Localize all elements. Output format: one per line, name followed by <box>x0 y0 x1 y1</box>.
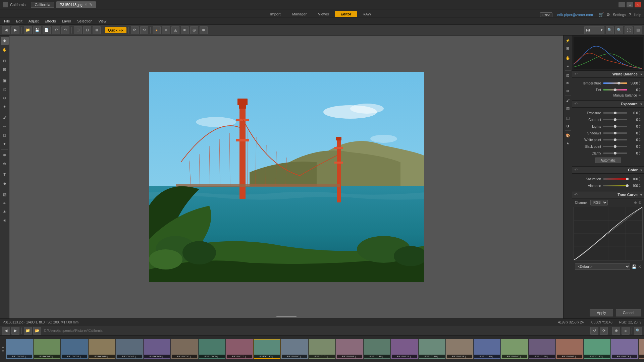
temp-up-arrow[interactable]: ▲ <box>639 80 641 83</box>
vp-icon-grid[interactable]: ⊞ <box>564 45 572 52</box>
exp-thumb-2[interactable] <box>614 125 616 128</box>
spot-button[interactable]: ◎ <box>190 26 198 34</box>
vp-icon-brush-panel[interactable]: 🖌 <box>564 97 572 104</box>
vp-icon-gradient-panel[interactable]: ▧ <box>564 105 572 112</box>
tool-move[interactable]: ✥ <box>1 37 9 45</box>
filmstrip-import2[interactable]: ⊕ <box>612 327 620 335</box>
redo-button[interactable]: ↷ <box>61 26 69 34</box>
filmstrip-item-2[interactable]: P3160034.j.. <box>61 339 88 359</box>
filmstrip-item-22[interactable]: P3220178.j.. <box>611 339 638 359</box>
help-label[interactable]: Help <box>634 13 641 17</box>
maximize-button[interactable]: □ <box>627 2 633 7</box>
filmstrip-item-19[interactable]: P3210148.j.. <box>529 339 555 359</box>
vp-icon-healing-panel[interactable]: ⊗ <box>564 87 572 95</box>
filmstrip-item-1[interactable]: P3160033.j.. <box>34 339 60 359</box>
temp-down-arrow[interactable]: ▼ <box>639 83 641 86</box>
zoom-out-button[interactable]: 🔍 <box>606 26 614 34</box>
filmstrip-item-8[interactable]: P3210076.j.. <box>226 339 253 359</box>
filmstrip-item-4[interactable]: P3200047.j.. <box>116 339 143 359</box>
exp-arrows-3[interactable]: ▲ ▼ <box>639 130 641 136</box>
color-undo-icon[interactable]: ↶ <box>574 168 578 172</box>
menu-file[interactable]: File <box>1 18 13 24</box>
color-chevron-icon[interactable]: ▾ <box>640 168 642 172</box>
tab-editor[interactable]: Editor <box>335 11 357 17</box>
tc-paste-icon[interactable]: ⊗ <box>638 200 641 205</box>
menu-selection[interactable]: Selection <box>74 18 95 24</box>
fit-dropdown[interactable]: Fit ▾ <box>584 26 604 34</box>
tint-up-arrow[interactable]: ▲ <box>639 87 641 90</box>
filmstrip-item-20[interactable]: P3220167.j.. <box>556 339 583 359</box>
menu-edit[interactable]: Edit <box>13 18 25 24</box>
compare-button[interactable]: ⊟ <box>83 26 91 34</box>
temperature-thumb[interactable] <box>618 82 620 84</box>
curve-canvas[interactable] <box>574 207 642 260</box>
tool-text[interactable]: T <box>1 171 9 179</box>
back-button[interactable]: ◀ <box>2 26 10 34</box>
exp-slider-5[interactable] <box>603 146 627 147</box>
grid-button[interactable]: ⊞ <box>74 26 82 34</box>
vp-icon-lightning[interactable]: ⚡ <box>564 37 572 44</box>
exp-slider-3[interactable] <box>603 132 627 134</box>
exp-thumb-5[interactable] <box>614 145 616 148</box>
cart-icon[interactable]: 🛒 <box>598 12 604 17</box>
tool-whitebalance-picker[interactable]: ☀ <box>1 217 9 225</box>
filmstrip-item-14[interactable]: P3210127.j.. <box>391 339 418 359</box>
tint-down-arrow[interactable]: ▼ <box>639 90 641 93</box>
saturation-slider[interactable] <box>603 178 627 180</box>
filmstrip-item-3[interactable]: P3160038.j.. <box>89 339 115 359</box>
minimize-button[interactable]: ─ <box>619 2 625 7</box>
rotate-cw-button[interactable]: ⟳ <box>131 26 139 34</box>
filmstrip-folder[interactable]: 📁 <box>24 327 32 335</box>
exp-slider-1[interactable] <box>603 119 627 120</box>
exp-thumb-6[interactable] <box>614 152 616 155</box>
wb-undo-icon[interactable]: ↶ <box>574 72 578 76</box>
menu-layer[interactable]: Layer <box>59 18 74 24</box>
filmstrip-filter[interactable]: ≡ <box>622 327 630 335</box>
settings-label[interactable]: Settings <box>613 13 626 17</box>
vib-arrows[interactable]: ▲ ▼ <box>639 183 641 188</box>
exp-slider-2[interactable] <box>603 126 627 127</box>
exp-thumb-0[interactable] <box>614 112 616 114</box>
pro-user-email[interactable]: erik.piper@zoner.com <box>557 13 593 17</box>
vib-thumb[interactable] <box>626 184 629 187</box>
tool-crop[interactable]: ⊡ <box>1 57 9 65</box>
vp-icon-hand[interactable]: ✋ <box>564 54 572 62</box>
tool-pan[interactable]: ✋ <box>1 46 9 54</box>
tc-undo-icon[interactable]: ↶ <box>574 192 578 197</box>
tool-fill[interactable]: ▼ <box>1 140 9 148</box>
split-button[interactable]: ⊠ <box>93 26 101 34</box>
filmstrip-down[interactable]: ▼ <box>1 349 5 353</box>
curve-display[interactable] <box>574 207 643 260</box>
save-button[interactable]: 💾 <box>33 26 41 34</box>
exp-arrows-6[interactable]: ▲ ▼ <box>639 150 641 156</box>
fullscreen-button[interactable]: ⛶ <box>625 26 633 34</box>
filmstrip-item-0[interactable]: P3160007.j.. <box>6 339 33 359</box>
exp-slider-6[interactable] <box>603 153 627 154</box>
cancel-button[interactable]: Cancel <box>616 309 641 316</box>
filmstrip-refresh[interactable]: ↺ <box>590 327 598 335</box>
filmstrip-item-23[interactable]: P3220197.j.. <box>639 339 644 359</box>
vp-icon-eye[interactable]: 👁 <box>564 79 572 87</box>
tint-thumb[interactable] <box>614 88 616 91</box>
preset-save-icon[interactable]: 💾 <box>632 264 637 269</box>
close-button[interactable]: ✕ <box>635 2 641 7</box>
filmstrip-item-21[interactable]: P3220172.j.. <box>584 339 610 359</box>
filmstrip-item-10[interactable]: P3210100.j.. <box>281 339 308 359</box>
filmstrip-item-13[interactable]: P3210118.j.. <box>364 339 390 359</box>
filmstrip-item-16[interactable]: P3210133.j.. <box>446 339 473 359</box>
vibrance-slider[interactable] <box>603 185 627 186</box>
exp-chevron-icon[interactable]: ▾ <box>640 102 642 106</box>
tool-select-rect[interactable]: ▣ <box>1 76 9 84</box>
vp-icon-sliders[interactable]: ≡ <box>564 62 572 69</box>
panel-toggle-button[interactable]: ▤ <box>634 26 642 34</box>
filmstrip-item-11[interactable]: P3210101.j.. <box>309 339 335 359</box>
save-as-button[interactable]: 📄 <box>43 26 51 34</box>
rotate-ccw-button[interactable]: ⟲ <box>140 26 148 34</box>
filmstrip-folder2[interactable]: 📂 <box>33 327 41 335</box>
undo-button[interactable]: ↶ <box>52 26 60 34</box>
filmstrip-item-18[interactable]: P3210140.j.. <box>501 339 528 359</box>
tool-shapes[interactable]: ◆ <box>1 179 9 187</box>
filmstrip-item-6[interactable]: P3210056.j.. <box>171 339 198 359</box>
filmstrip-item-12[interactable]: P3210109.j.. <box>336 339 363 359</box>
filmstrip-up[interactable]: ▲ <box>1 345 5 349</box>
